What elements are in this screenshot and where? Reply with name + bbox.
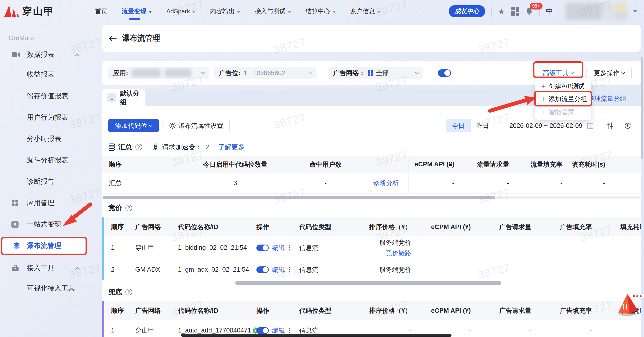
diagnosis-link[interactable]: 诊断分析 (373, 179, 399, 187)
sidebar-item-app-manage[interactable]: 应用管理 (0, 195, 100, 210)
main-nav: 首页 流量变现 AdSpark 内容输出 接入与测试 结算中心 账户信息 (95, 0, 381, 22)
network-select[interactable]: 广告网络： 全部 (328, 67, 423, 79)
floor-stripe (102, 301, 104, 337)
menu-item-add-traffic-group[interactable]: + 添加流量分组 (536, 93, 591, 106)
star-icon[interactable]: ★ (498, 7, 505, 16)
date-range-picker[interactable]: 2026-02-09 ~ 2026-02-09 (502, 119, 601, 132)
col-header: 操作 (256, 218, 299, 236)
sidebar-item-retention-report[interactable]: 留存价值报表 (0, 88, 100, 104)
sidebar-item-hourly-report[interactable]: 分小时报表 (0, 131, 100, 146)
refresh-button[interactable] (621, 119, 634, 132)
sidebar-item-behavior-report[interactable]: 用户行为报表 (0, 110, 100, 125)
more-options-icon[interactable] (288, 244, 291, 252)
nav-content-output[interactable]: 内容输出 (210, 0, 240, 22)
col-header: 广告网络 (135, 301, 178, 320)
col-header: 流量填充率 (516, 156, 569, 172)
back-arrow-icon[interactable] (108, 35, 117, 42)
sidebar-item-visual-tool[interactable]: 可视化接入工具 (0, 281, 100, 296)
caret-down-icon (288, 11, 291, 13)
navbar-right: 成长中心 ★ 99+ 中 (449, 0, 637, 22)
plus-icon: + (541, 82, 546, 90)
floor-section-title: 兜底? (108, 287, 132, 297)
brand[interactable]: 穿山甲 (4, 4, 54, 18)
plus-icon: + (541, 108, 546, 116)
tab-default-group[interactable]: 1 默认分组 (102, 89, 146, 106)
filter-toggle[interactable] (438, 70, 451, 77)
sidebar-item-waterfall-manage[interactable]: 瀑布流管理 (3, 238, 85, 253)
col-header: 代码位类型 (299, 218, 352, 236)
advanced-tools-button[interactable]: 高级工具 (536, 67, 580, 79)
chevron-down-icon (621, 70, 625, 74)
today-button[interactable]: 今日 (446, 119, 470, 132)
notifications-bell[interactable]: 99+ (526, 7, 533, 16)
bidding-chain-link[interactable]: 竞价链路 (386, 249, 411, 258)
sidebar-item-access-tools[interactable]: 接入工具 (0, 260, 100, 276)
sidebar-item-data-reports[interactable]: 数据报表 (0, 47, 100, 62)
question-icon[interactable]: ? (126, 289, 132, 296)
mascot-chat-bubble[interactable] (630, 294, 644, 298)
adunit-toggle[interactable] (256, 327, 269, 334)
growth-center-badge[interactable]: 成长中心 (449, 5, 485, 17)
col-header: 顺序 (104, 218, 135, 236)
learn-more-link[interactable]: 了解更多 (218, 142, 245, 152)
floor-table-header: 顺序 广告网络 代码位名称/ID 操作 代码位类型 排序价格（¥） eCPM A… (104, 301, 641, 320)
edit-link[interactable]: 编辑 (272, 266, 285, 274)
more-actions-button[interactable]: 更多操作 (586, 67, 632, 79)
manage-traffic-groups-link[interactable]: 管理流量分组 (588, 94, 626, 103)
app-select[interactable]: 应用: (108, 67, 209, 79)
question-icon[interactable]: ? (136, 144, 142, 150)
col-header: 填充耗时(s) (569, 156, 612, 172)
account-avatar-redacted[interactable] (566, 3, 627, 20)
apps-grid-icon[interactable] (511, 7, 519, 16)
more-options-icon[interactable] (288, 266, 291, 273)
nav-monetization[interactable]: 流量变现 (122, 0, 152, 22)
yesterday-button[interactable]: 昨日 (470, 119, 495, 132)
edit-link[interactable]: 编辑 (272, 244, 285, 252)
adunit-toggle[interactable] (256, 244, 269, 251)
language-toggle[interactable]: 中 (546, 7, 553, 16)
col-header: 广告请求量 (478, 218, 538, 236)
sidebar-item-revenue-report[interactable]: 收益报表 (0, 67, 100, 82)
metrics-settings-button[interactable] (604, 119, 617, 132)
question-icon[interactable]: ? (126, 204, 132, 211)
notification-count-badge: 99+ (530, 2, 542, 10)
sidebar-item-one-stop[interactable]: ¥ 一站式变现 (0, 217, 100, 232)
bidding-table: 顺序 广告网络 代码位名称/ID 操作 代码位类型 排序价格（¥） eCPM A… (102, 218, 641, 280)
chevron-down-icon (308, 70, 312, 74)
waterfall-settings-button[interactable]: 瀑布流属性设置 (162, 119, 230, 132)
summary-table: 顺序 今日启用中代码位数量 命中用户数 eCPM API (¥) 流量请求量 流… (102, 156, 641, 194)
nav-account[interactable]: 账户信息 (350, 0, 381, 22)
gear-icon (169, 122, 176, 129)
sidebar-group-label: GroMore (8, 34, 34, 42)
summary-table-hscrollbar[interactable] (103, 196, 640, 200)
account-caret-icon[interactable] (633, 10, 637, 12)
adunit-select[interactable]: 广告位: 1 103865802 (214, 67, 316, 79)
bidding-table-hscrollbar[interactable] (235, 281, 502, 285)
nav-home[interactable]: 首页 (95, 0, 108, 22)
col-header: 操作 (256, 301, 299, 320)
nav-settlement[interactable]: 结算中心 (306, 0, 336, 22)
adunit-toggle[interactable] (256, 266, 269, 273)
col-header: 填充耗时(s) (598, 218, 641, 236)
app-select-value-redacted (132, 69, 160, 77)
toolbox-icon (12, 265, 19, 272)
sidebar-item-diagnosis-report[interactable]: 诊断报告 (0, 174, 100, 189)
rocket-icon (152, 143, 159, 151)
floor-table-hscrollbar[interactable] (181, 334, 452, 337)
menu-item-create-ab-test[interactable]: + 创建A/B测试 (536, 80, 591, 93)
nav-integration-test[interactable]: 接入与测试 (255, 0, 291, 22)
col-header: 广告请求量 (478, 301, 538, 320)
col-header: 排序价格（¥） (352, 301, 418, 320)
page-vscrollbar[interactable] (641, 57, 643, 159)
nav-adspark[interactable]: AdSpark (166, 0, 196, 22)
col-header: 代码位类型 (299, 301, 352, 320)
col-header: 广告网络 (135, 218, 178, 236)
bidding-row-1: 1 穿山甲 1_bidding_02_02_21:54 编辑 信息流 服务端竞价… (104, 236, 641, 259)
add-adunit-button[interactable]: 添加代码位 (108, 119, 159, 132)
caret-down-icon (192, 11, 196, 13)
caret-down-icon (148, 11, 152, 13)
floor-table: 顺序 广告网络 代码位名称/ID 操作 代码位类型 排序价格（¥） eCPM A… (102, 301, 641, 337)
more-options-icon[interactable] (288, 327, 291, 334)
chevron-down-icon (201, 70, 205, 74)
sidebar-item-funnel-report[interactable]: 漏斗分析报表 (0, 152, 100, 168)
